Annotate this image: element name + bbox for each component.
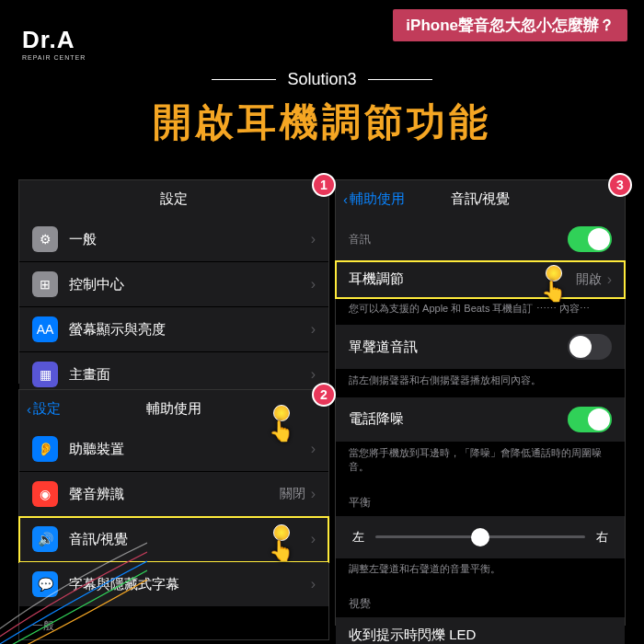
noise-subtitle: 當您將手機放到耳邊時，「降噪」會降低通話時的周圍噪音。 bbox=[336, 443, 625, 484]
item-value: 關閉 bbox=[280, 486, 305, 502]
item-label: 主畫面 bbox=[69, 366, 311, 384]
question-banner: iPhone聲音忽大忽小怎麼辦？ bbox=[393, 9, 627, 41]
toggle-on[interactable] bbox=[568, 407, 612, 432]
chevron-right-icon: › bbox=[311, 321, 316, 338]
panel-settings: 1 設定 ⚙ 一般 › ⊞ 控制中心 › AA 螢幕顯示與亮度 › ▦ 主畫面 … bbox=[18, 179, 329, 384]
balance-slider[interactable] bbox=[375, 535, 585, 538]
step-badge-3: 3 bbox=[608, 173, 632, 197]
logo-main: Dr.A bbox=[22, 26, 86, 54]
balance-right: 右 bbox=[596, 529, 608, 546]
audio-section-label: 音訊 bbox=[349, 232, 568, 247]
balance-left: 左 bbox=[352, 529, 364, 546]
item-icon: 👂 bbox=[32, 436, 58, 462]
toggle-off[interactable] bbox=[568, 334, 612, 360]
top-toggle-row: 音訊 bbox=[336, 217, 625, 261]
balance-label: 平衡 bbox=[336, 484, 625, 516]
chevron-right-icon: › bbox=[311, 366, 316, 383]
mono-subtitle: 請左側揚聲器和右側揚聲器播放相同內容。 bbox=[336, 370, 625, 397]
item-mono-audio[interactable]: 單聲道音訊 bbox=[336, 325, 625, 370]
chevron-right-icon: › bbox=[311, 576, 316, 592]
list-item[interactable]: AA 螢幕顯示與亮度 › bbox=[19, 307, 328, 352]
balance-subtitle: 調整左聲道和右聲道的音量平衡。 bbox=[336, 558, 625, 585]
chevron-right-icon: › bbox=[311, 276, 316, 293]
item-icon: ⊞ bbox=[32, 271, 58, 297]
item-label: 一般 bbox=[69, 231, 311, 248]
chevron-right-icon: › bbox=[311, 486, 316, 502]
item-led-flash[interactable]: 收到提示時閃爍 LED bbox=[336, 617, 625, 644]
nav-header: ‹ 輔助使用 音訊/視覺 bbox=[336, 180, 625, 217]
main-title: 開啟耳機調節功能 bbox=[17, 97, 627, 148]
hp-subtitle: 您可以為支援的 Apple 和 Beats 耳機自訂 ⋯⋯ 內容⋯ bbox=[336, 298, 625, 325]
item-icon: AA bbox=[32, 316, 58, 342]
chevron-right-icon: › bbox=[311, 231, 316, 247]
step-badge-2: 2 bbox=[312, 383, 336, 407]
solution-label: Solution3 bbox=[17, 70, 627, 89]
toggle-on[interactable] bbox=[568, 226, 612, 252]
item-label: 螢幕顯示與亮度 bbox=[69, 321, 311, 339]
pointer-hand-icon: 👆 bbox=[541, 265, 566, 304]
list-item[interactable]: ⚙ 一般 › bbox=[19, 217, 328, 262]
item-noise-cancel[interactable]: 電話降噪 bbox=[336, 397, 625, 443]
pointer-hand-icon: 👆 bbox=[269, 405, 293, 443]
nav-header: 設定 bbox=[19, 180, 328, 217]
item-icon: ⚙ bbox=[32, 226, 58, 252]
panel-audio-visual: 3 ‹ 輔助使用 音訊/視覺 音訊 耳機調節 開啟 › 👆 您可以為支援的 Ap… bbox=[335, 179, 626, 626]
pointer-hand-icon: 👆 bbox=[269, 524, 293, 563]
back-button[interactable]: ‹ 設定 bbox=[27, 400, 61, 418]
step-badge-1: 1 bbox=[312, 173, 336, 197]
back-button[interactable]: ‹ 輔助使用 bbox=[343, 190, 405, 208]
decorative-lines bbox=[0, 497, 147, 644]
balance-slider-row: 左 右 bbox=[336, 516, 625, 558]
chevron-right-icon: › bbox=[607, 271, 612, 288]
item-headphone-accommodations[interactable]: 耳機調節 開啟 › 👆 bbox=[336, 261, 625, 298]
slider-thumb[interactable] bbox=[471, 528, 489, 546]
logo: Dr.A REPAIR CENTER bbox=[22, 26, 86, 61]
list-item[interactable]: ⊞ 控制中心 › bbox=[19, 262, 328, 307]
item-label: 控制中心 bbox=[69, 276, 311, 293]
chevron-right-icon: › bbox=[311, 441, 316, 457]
visual-section: 視覺 bbox=[336, 585, 625, 617]
item-icon: ▦ bbox=[32, 362, 58, 387]
logo-sub: REPAIR CENTER bbox=[22, 54, 86, 61]
chevron-right-icon: › bbox=[311, 531, 316, 547]
